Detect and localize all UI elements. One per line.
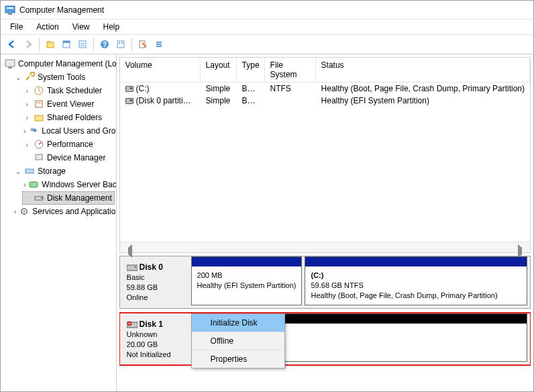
chevron-right-icon: › [23, 114, 31, 121]
svg-rect-36 [135, 266, 136, 268]
blank-icon [23, 154, 31, 162]
volume-name-cell: (Disk 0 partition 1) [120, 95, 201, 107]
tree-label: Performance [47, 140, 93, 149]
tree-label: Disk Management [47, 193, 112, 203]
disk-label-area: Disk 0 Basic 59.88 GB Online [120, 256, 191, 308]
volume-layout-cell: Simple [201, 83, 237, 95]
properties-button[interactable] [59, 37, 74, 52]
tree-local-users[interactable]: ›Local Users and Groups [22, 124, 115, 138]
chevron-down-icon: ⌄ [14, 168, 21, 175]
menu-initialize-disk[interactable]: Initialize Disk [192, 314, 284, 332]
disk-icon [127, 264, 138, 272]
column-type[interactable]: Type [237, 58, 265, 82]
svg-rect-23 [35, 115, 43, 121]
tree-storage[interactable]: ⌄ Storage [13, 164, 115, 178]
tree-label: Device Manager [47, 153, 105, 162]
volume-row[interactable]: (Disk 0 partition 1) Simple Basic Health… [120, 95, 530, 107]
blank-icon [23, 195, 31, 202]
services-icon [19, 206, 30, 217]
tree-label: System Tools [38, 72, 85, 82]
folder-icon [34, 112, 44, 123]
tree-system-tools[interactable]: ⌄ System Tools [13, 70, 115, 84]
menu-bar: File Action View Help [1, 19, 533, 34]
action-button[interactable] [136, 37, 150, 52]
partition-status: Healthy (EFI System Partition) [197, 281, 297, 291]
column-layout[interactable]: Layout [201, 58, 237, 82]
svg-rect-32 [41, 197, 42, 199]
settings-button[interactable] [113, 37, 128, 52]
disk-row-1[interactable]: Disk 1 Unknown 20.00 GB Not Initialized … [119, 313, 531, 366]
computer-icon [5, 58, 15, 69]
navigation-tree: Computer Management (Local) ⌄ System Too… [1, 54, 117, 392]
horizontal-scrollbar[interactable] [120, 242, 530, 252]
column-volume[interactable]: Volume [120, 58, 201, 82]
disk-context-menu: Initialize Disk Offline Properties [191, 313, 285, 369]
partition-c[interactable]: (C:) 59.68 GB NTFS Healthy (Boot, Page F… [305, 256, 527, 305]
volume-row[interactable]: (C:) Simple Basic NTFS Healthy (Boot, Pa… [120, 83, 530, 95]
svg-rect-30 [30, 182, 38, 187]
tree-root[interactable]: Computer Management (Local) [3, 57, 115, 70]
menu-view[interactable]: View [66, 21, 97, 33]
device-icon [34, 152, 44, 163]
menu-file[interactable]: File [3, 21, 30, 33]
menu-action[interactable]: Action [30, 21, 65, 33]
svg-rect-19 [8, 67, 12, 68]
tree-shared-folders[interactable]: ›Shared Folders [22, 111, 115, 124]
event-icon [34, 99, 44, 109]
svg-rect-29 [25, 169, 34, 173]
chevron-right-icon: › [23, 101, 31, 108]
volume-name-cell: (C:) [120, 83, 201, 95]
chevron-right-icon: › [23, 128, 25, 135]
forward-button[interactable] [21, 37, 36, 52]
tree-device-manager[interactable]: Device Manager [22, 151, 115, 164]
tree-services[interactable]: › Services and Applications [13, 205, 115, 218]
tree-root-label: Computer Management (Local) [18, 59, 117, 68]
menu-help[interactable]: Help [97, 21, 127, 33]
column-filesystem[interactable]: File System [265, 58, 316, 82]
title-bar: Computer Management [1, 1, 533, 19]
partition-efi[interactable]: 200 MB Healthy (EFI System Partition) [191, 256, 303, 305]
tree-label: Services and Applications [32, 207, 116, 216]
tool-bar: ? [1, 34, 533, 54]
volume-fs-cell: NTFS [265, 83, 316, 95]
disk-label-area: Disk 1 Unknown 20.00 GB Not Initialized [120, 313, 191, 365]
content-pane: Volume Layout Type File System Status (C… [117, 54, 533, 392]
separator [93, 38, 94, 51]
backup-icon [28, 179, 39, 190]
column-status[interactable]: Status [316, 58, 530, 82]
disk-title: Disk 0 [140, 262, 163, 272]
tree-disk-management[interactable]: Disk Management [22, 191, 115, 205]
svg-point-34 [23, 211, 25, 213]
svg-rect-3 [47, 42, 54, 48]
back-button[interactable] [5, 37, 19, 52]
svg-rect-5 [63, 41, 70, 43]
svg-rect-13 [121, 42, 123, 44]
disk-row-0[interactable]: Disk 0 Basic 59.88 GB Online 200 MB Heal… [119, 256, 531, 309]
disk-state: Not Initialized [127, 350, 171, 358]
volume-list: Volume Layout Type File System Status (C… [119, 57, 531, 253]
tree-event-viewer[interactable]: ›Event Viewer [22, 97, 115, 111]
tree-label: Local Users and Groups [42, 126, 116, 136]
refresh-button[interactable] [75, 37, 90, 52]
volume-fs-cell [265, 95, 316, 107]
chevron-down-icon: ⌄ [14, 74, 21, 81]
partition-header [305, 257, 527, 266]
menu-offline[interactable]: Offline [192, 332, 284, 350]
list-button[interactable] [152, 37, 166, 52]
svg-rect-11 [117, 41, 124, 48]
up-button[interactable] [43, 37, 58, 52]
menu-properties[interactable]: Properties [192, 350, 284, 368]
svg-line-27 [39, 142, 42, 144]
clock-icon [34, 85, 44, 96]
app-icon [5, 5, 15, 15]
tree-task-scheduler[interactable]: ›Task Scheduler [22, 84, 115, 97]
window-title: Computer Management [19, 5, 104, 15]
disk-graphical-view: Disk 0 Basic 59.88 GB Online 200 MB Heal… [119, 256, 531, 390]
tree-label: Event Viewer [47, 99, 94, 109]
tree-wsb[interactable]: ›Windows Server Backup [22, 178, 115, 191]
help-button[interactable]: ? [97, 37, 112, 52]
disk-size: 59.88 GB [127, 283, 158, 291]
tree-performance[interactable]: ›Performance [22, 138, 115, 151]
volume-status-cell: Healthy (Boot, Page File, Crash Dump, Pr… [316, 83, 530, 95]
svg-rect-28 [36, 154, 42, 160]
